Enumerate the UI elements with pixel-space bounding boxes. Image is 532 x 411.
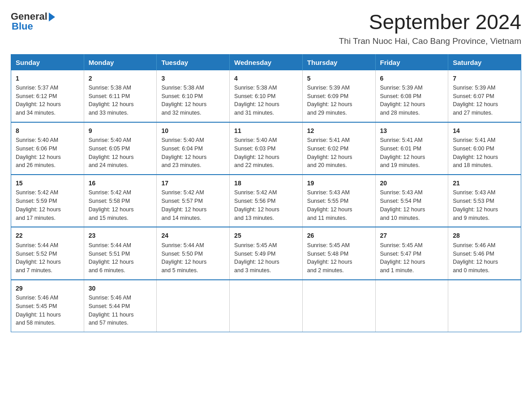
- day-info: Sunrise: 5:46 AM Sunset: 5:44 PM Dayligh…: [89, 294, 152, 327]
- day-info: Sunrise: 5:42 AM Sunset: 5:57 PM Dayligh…: [161, 188, 225, 222]
- month-title: September 2024: [339, 11, 521, 34]
- day-info: Sunrise: 5:45 AM Sunset: 5:49 PM Dayligh…: [234, 241, 298, 275]
- calendar-cell: 10Sunrise: 5:40 AM Sunset: 6:04 PM Dayli…: [157, 122, 230, 175]
- day-number: 3: [161, 74, 225, 83]
- calendar-cell: [157, 280, 230, 332]
- day-number: 11: [234, 126, 298, 135]
- day-number: 8: [16, 126, 79, 135]
- calendar-cell: 24Sunrise: 5:44 AM Sunset: 5:50 PM Dayli…: [157, 227, 230, 279]
- day-info: Sunrise: 5:39 AM Sunset: 6:07 PM Dayligh…: [453, 84, 516, 117]
- day-info: Sunrise: 5:43 AM Sunset: 5:54 PM Dayligh…: [380, 188, 444, 222]
- day-number: 20: [380, 179, 444, 188]
- day-info: Sunrise: 5:44 AM Sunset: 5:52 PM Dayligh…: [16, 241, 79, 275]
- logo: General Blue: [11, 11, 55, 32]
- calendar-cell: 7Sunrise: 5:39 AM Sunset: 6:07 PM Daylig…: [448, 70, 521, 122]
- calendar-header-sunday: Sunday: [11, 54, 84, 70]
- day-info: Sunrise: 5:46 AM Sunset: 5:45 PM Dayligh…: [16, 294, 79, 327]
- calendar-header-friday: Friday: [375, 54, 448, 70]
- calendar-cell: 4Sunrise: 5:38 AM Sunset: 6:10 PM Daylig…: [230, 70, 303, 122]
- calendar-cell: 20Sunrise: 5:43 AM Sunset: 5:54 PM Dayli…: [375, 175, 448, 227]
- logo-blue-text: Blue: [12, 21, 33, 32]
- day-number: 22: [16, 231, 79, 240]
- day-info: Sunrise: 5:45 AM Sunset: 5:48 PM Dayligh…: [307, 241, 371, 275]
- day-info: Sunrise: 5:39 AM Sunset: 6:08 PM Dayligh…: [380, 84, 444, 117]
- day-number: 16: [89, 179, 152, 188]
- calendar-week-row: 15Sunrise: 5:42 AM Sunset: 5:59 PM Dayli…: [11, 175, 521, 227]
- calendar-cell: 12Sunrise: 5:41 AM Sunset: 6:02 PM Dayli…: [302, 122, 375, 175]
- day-info: Sunrise: 5:40 AM Sunset: 6:06 PM Dayligh…: [16, 136, 79, 170]
- day-number: 26: [307, 231, 371, 240]
- day-number: 2: [89, 74, 152, 83]
- day-info: Sunrise: 5:41 AM Sunset: 6:02 PM Dayligh…: [307, 136, 371, 170]
- day-number: 15: [16, 179, 79, 188]
- calendar-cell: [230, 280, 303, 332]
- day-number: 18: [234, 179, 298, 188]
- calendar-week-row: 8Sunrise: 5:40 AM Sunset: 6:06 PM Daylig…: [11, 122, 521, 175]
- calendar-cell: 25Sunrise: 5:45 AM Sunset: 5:49 PM Dayli…: [230, 227, 303, 279]
- day-info: Sunrise: 5:40 AM Sunset: 6:04 PM Dayligh…: [161, 136, 225, 170]
- calendar-cell: 30Sunrise: 5:46 AM Sunset: 5:44 PM Dayli…: [84, 280, 157, 332]
- logo-arrow-icon: [49, 13, 55, 21]
- calendar-cell: 18Sunrise: 5:42 AM Sunset: 5:56 PM Dayli…: [230, 175, 303, 227]
- day-info: Sunrise: 5:40 AM Sunset: 6:03 PM Dayligh…: [234, 136, 298, 170]
- calendar-header-wednesday: Wednesday: [230, 54, 303, 70]
- day-number: 27: [380, 231, 444, 240]
- day-info: Sunrise: 5:44 AM Sunset: 5:51 PM Dayligh…: [89, 241, 152, 275]
- calendar-cell: 21Sunrise: 5:43 AM Sunset: 5:53 PM Dayli…: [448, 175, 521, 227]
- calendar-cell: [375, 280, 448, 332]
- calendar-cell: 27Sunrise: 5:45 AM Sunset: 5:47 PM Dayli…: [375, 227, 448, 279]
- calendar-header-row: SundayMondayTuesdayWednesdayThursdayFrid…: [11, 54, 521, 70]
- day-number: 23: [89, 231, 152, 240]
- day-info: Sunrise: 5:39 AM Sunset: 6:09 PM Dayligh…: [307, 84, 371, 117]
- day-info: Sunrise: 5:43 AM Sunset: 5:53 PM Dayligh…: [453, 188, 516, 222]
- day-info: Sunrise: 5:42 AM Sunset: 5:58 PM Dayligh…: [89, 188, 152, 222]
- day-number: 28: [453, 231, 516, 240]
- calendar-cell: 26Sunrise: 5:45 AM Sunset: 5:48 PM Dayli…: [302, 227, 375, 279]
- day-info: Sunrise: 5:44 AM Sunset: 5:50 PM Dayligh…: [161, 241, 225, 275]
- calendar-week-row: 1Sunrise: 5:37 AM Sunset: 6:12 PM Daylig…: [11, 70, 521, 122]
- day-number: 30: [89, 284, 152, 293]
- day-number: 19: [307, 179, 371, 188]
- calendar-cell: 23Sunrise: 5:44 AM Sunset: 5:51 PM Dayli…: [84, 227, 157, 279]
- day-number: 1: [16, 74, 79, 83]
- day-info: Sunrise: 5:38 AM Sunset: 6:10 PM Dayligh…: [234, 84, 298, 117]
- day-number: 17: [161, 179, 225, 188]
- day-info: Sunrise: 5:38 AM Sunset: 6:11 PM Dayligh…: [89, 84, 152, 117]
- day-number: 25: [234, 231, 298, 240]
- day-number: 21: [453, 179, 516, 188]
- day-number: 24: [161, 231, 225, 240]
- calendar-cell: 28Sunrise: 5:46 AM Sunset: 5:46 PM Dayli…: [448, 227, 521, 279]
- day-number: 6: [380, 74, 444, 83]
- day-number: 4: [234, 74, 298, 83]
- day-info: Sunrise: 5:45 AM Sunset: 5:47 PM Dayligh…: [380, 241, 444, 275]
- location-title: Thi Tran Nuoc Hai, Cao Bang Province, Vi…: [339, 36, 521, 46]
- calendar-cell: 22Sunrise: 5:44 AM Sunset: 5:52 PM Dayli…: [11, 227, 84, 279]
- calendar-cell: 8Sunrise: 5:40 AM Sunset: 6:06 PM Daylig…: [11, 122, 84, 175]
- day-number: 7: [453, 74, 516, 83]
- calendar-cell: 14Sunrise: 5:41 AM Sunset: 6:00 PM Dayli…: [448, 122, 521, 175]
- calendar-cell: 1Sunrise: 5:37 AM Sunset: 6:12 PM Daylig…: [11, 70, 84, 122]
- calendar-cell: 19Sunrise: 5:43 AM Sunset: 5:55 PM Dayli…: [302, 175, 375, 227]
- calendar-cell: 6Sunrise: 5:39 AM Sunset: 6:08 PM Daylig…: [375, 70, 448, 122]
- calendar-cell: 5Sunrise: 5:39 AM Sunset: 6:09 PM Daylig…: [302, 70, 375, 122]
- day-info: Sunrise: 5:43 AM Sunset: 5:55 PM Dayligh…: [307, 188, 371, 222]
- day-info: Sunrise: 5:41 AM Sunset: 6:01 PM Dayligh…: [380, 136, 444, 170]
- calendar-header-tuesday: Tuesday: [157, 54, 230, 70]
- calendar-cell: 9Sunrise: 5:40 AM Sunset: 6:05 PM Daylig…: [84, 122, 157, 175]
- calendar-cell: 13Sunrise: 5:41 AM Sunset: 6:01 PM Dayli…: [375, 122, 448, 175]
- calendar-cell: 17Sunrise: 5:42 AM Sunset: 5:57 PM Dayli…: [157, 175, 230, 227]
- day-info: Sunrise: 5:40 AM Sunset: 6:05 PM Dayligh…: [89, 136, 152, 170]
- calendar-header-thursday: Thursday: [302, 54, 375, 70]
- day-info: Sunrise: 5:46 AM Sunset: 5:46 PM Dayligh…: [453, 241, 516, 275]
- day-info: Sunrise: 5:38 AM Sunset: 6:10 PM Dayligh…: [161, 84, 225, 117]
- day-number: 12: [307, 126, 371, 135]
- day-number: 29: [16, 284, 79, 293]
- day-info: Sunrise: 5:41 AM Sunset: 6:00 PM Dayligh…: [453, 136, 516, 170]
- calendar-table: SundayMondayTuesdayWednesdayThursdayFrid…: [11, 54, 521, 332]
- day-info: Sunrise: 5:42 AM Sunset: 5:59 PM Dayligh…: [16, 188, 79, 222]
- day-number: 13: [380, 126, 444, 135]
- calendar-week-row: 22Sunrise: 5:44 AM Sunset: 5:52 PM Dayli…: [11, 227, 521, 279]
- page-header: General Blue September 2024 Thi Tran Nuo…: [11, 11, 521, 46]
- calendar-cell: 11Sunrise: 5:40 AM Sunset: 6:03 PM Dayli…: [230, 122, 303, 175]
- calendar-cell: [448, 280, 521, 332]
